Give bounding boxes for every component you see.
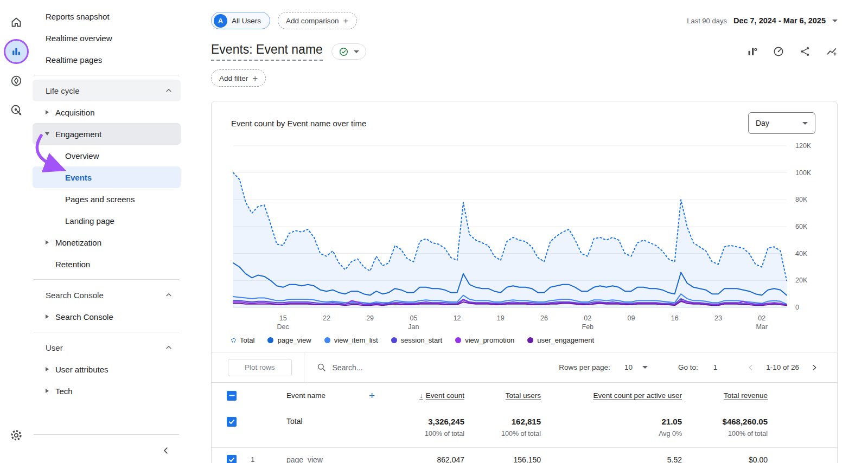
svg-text:23: 23 [714,314,722,322]
totals-event-count: 3,326,245 100% of total [425,417,464,438]
svg-text:16: 16 [671,314,679,322]
column-header-total-users[interactable]: Total users [506,391,541,400]
legend-item-view_item_list[interactable]: view_item_list [324,336,378,344]
section-life-cycle[interactable]: Life cycle [33,80,181,101]
svg-text:Mar: Mar [756,323,768,331]
column-label: Total revenue [724,391,768,400]
events-line-chart[interactable]: 020K40K60K80K100K120K15Dec222905Jan12192… [232,142,824,332]
report-main: A All Users Add comparison + Last 90 day… [209,0,868,463]
column-header-per-active-user[interactable]: Event count per active user [593,391,682,400]
admin-settings-button[interactable] [4,423,29,448]
data-freshness-button[interactable] [773,46,784,57]
legend-label: user_engagement [537,336,594,344]
reports-sidebar: Reports snapshot Realtime overview Realt… [33,0,209,463]
sort-descending-icon: ↓ [419,391,423,400]
rows-per-page-select[interactable]: 10 [624,363,648,371]
plot-rows-button[interactable]: Plot rows [228,359,292,376]
sidebar-item-realtime-overview[interactable]: Realtime overview [33,27,181,49]
chevron-down-icon [832,20,838,22]
sidebar-item-label: Monetization [55,238,101,247]
legend-item-view_promotion[interactable]: view_promotion [455,336,514,344]
sidebar-item-events[interactable]: Events [33,166,181,188]
granularity-value: Day [756,119,769,127]
events-report-card: Event count by Event name over time Day … [211,101,838,463]
legend-swatch [267,337,273,343]
section-search-console[interactable]: Search Console [33,284,181,306]
next-page-icon[interactable] [810,363,819,372]
expand-right-icon [43,314,51,319]
share-report-button[interactable] [799,46,811,57]
table-row[interactable]: 1 page_view 862,047 156,150 5.52 $0.00 [212,447,837,463]
sidebar-divider [34,434,179,435]
check-icon [228,419,235,425]
sidebar-item-engagement[interactable]: Engagement [33,123,181,145]
add-filter-button[interactable]: Add filter + [211,69,266,87]
totals-checkbox[interactable] [227,417,237,427]
edit-comparisons-button[interactable] [746,46,758,57]
home-icon [10,16,23,29]
previous-page-icon[interactable] [746,363,755,372]
column-header-event-count[interactable]: ↓Event count [419,391,464,400]
pagination-range: 1-10 of 26 [766,363,799,371]
column-header-event-name[interactable]: Event name + [275,390,391,402]
select-all-checkbox[interactable] [227,391,237,401]
legend-item-total[interactable]: Total [231,336,254,344]
row-checkbox[interactable] [227,455,237,463]
home-nav-button[interactable] [4,10,29,35]
sidebar-item-search-console[interactable]: Search Console [33,306,181,327]
svg-text:29: 29 [366,314,374,322]
sidebar-item-label: Tech [55,387,73,396]
collapse-sidebar-icon[interactable] [161,446,171,455]
advertising-nav-button[interactable] [4,98,29,123]
gear-icon [9,428,23,442]
insights-button[interactable] [826,46,838,57]
legend-item-user_engagement[interactable]: user_engagement [527,336,594,344]
svg-text:02: 02 [758,314,765,322]
totals-revenue: $468,260.05 100% of total [723,417,768,438]
indeterminate-dash-icon [229,393,235,398]
totals-total-users: 162,815 100% of total [501,417,541,438]
add-comparison-button[interactable]: Add comparison + [278,12,357,29]
date-range-label: Dec 7, 2024 - Mar 6, 2025 [733,16,826,25]
expand-right-icon [43,389,51,393]
sidebar-item-label: Engagement [55,130,101,139]
legend-item-session_start[interactable]: session_start [391,336,443,344]
section-user[interactable]: User [33,337,181,358]
toolbar-divider [304,352,304,382]
granularity-select[interactable]: Day [748,112,815,134]
expand-right-icon [43,367,51,371]
svg-text:26: 26 [540,314,548,322]
legend-swatch [324,337,330,343]
sidebar-item-monetization[interactable]: Monetization [33,232,181,253]
sidebar-item-retention[interactable]: Retention [33,253,181,275]
sidebar-item-acquisition[interactable]: Acquisition [33,101,181,123]
sidebar-item-pages-and-screens[interactable]: Pages and screens [33,188,181,210]
data-quality-badge[interactable] [331,43,366,60]
sidebar-item-user-attributes[interactable]: User attributes [33,358,181,380]
chevron-down-icon [802,122,808,125]
goto-page-input[interactable]: 1 [713,363,718,371]
plus-icon: + [343,16,349,25]
table-search-input[interactable]: Search... [316,362,363,372]
reports-nav-button[interactable] [4,39,29,64]
sidebar-item-landing-page[interactable]: Landing page [33,210,181,232]
sidebar-item-label: Pages and screens [65,195,135,204]
sidebar-divider [34,332,179,332]
sidebar-item-realtime-pages[interactable]: Realtime pages [33,49,181,70]
svg-text:Dec: Dec [277,323,289,331]
sidebar-item-overview[interactable]: Overview [33,145,181,166]
all-users-chip[interactable]: A All Users [211,12,270,29]
legend-swatch [527,337,533,343]
svg-text:80K: 80K [795,196,808,203]
column-label: Event count per active user [593,391,682,400]
add-column-plus-icon[interactable]: + [369,390,375,402]
report-header: Events: Event name [211,42,838,61]
check-icon [228,456,235,463]
column-header-total-revenue[interactable]: Total revenue [724,391,768,400]
insights-sparkline-icon [826,46,838,57]
legend-item-page_view[interactable]: page_view [267,336,311,344]
sidebar-item-reports-snapshot[interactable]: Reports snapshot [33,5,181,27]
date-range-picker[interactable]: Last 90 days Dec 7, 2024 - Mar 6, 2025 [687,16,838,25]
explore-nav-button[interactable] [4,68,29,93]
sidebar-item-tech[interactable]: Tech [33,380,181,402]
